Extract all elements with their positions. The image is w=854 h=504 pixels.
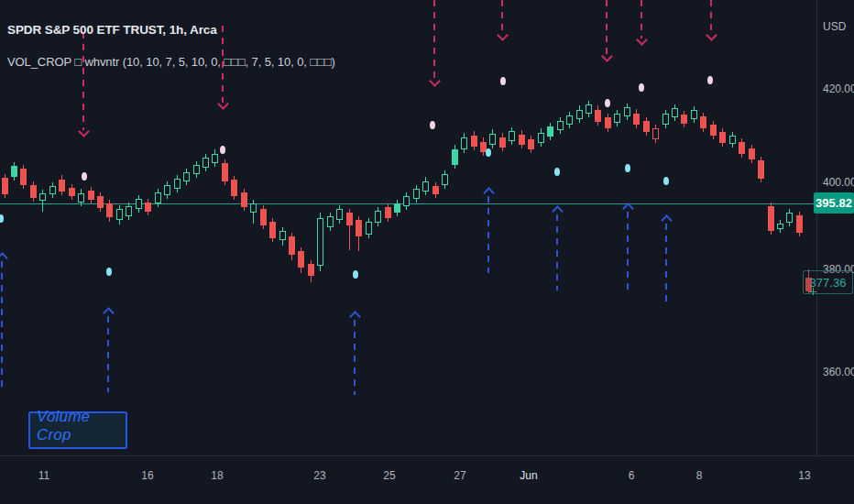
candle [336,209,343,220]
candle [394,203,400,213]
sell-signal-arrowhead-icon [78,126,90,137]
candle [30,185,37,198]
candle [289,236,295,255]
candle [672,108,678,117]
time-tick-label: 6 [613,469,650,482]
sell-signal-dot [82,172,87,181]
buy-signal-arrow-line [107,316,109,392]
candle [203,158,209,168]
candle [538,133,544,143]
candle [375,211,381,223]
candle [557,121,564,131]
buy-signal-arrow-line [487,196,489,273]
candle [662,114,669,125]
currency-label: USD [823,20,846,33]
candle [385,207,391,218]
candle [796,215,803,233]
candle [528,139,534,149]
candle [749,148,755,159]
time-tick-label: 16 [129,469,166,482]
candle [691,110,697,119]
candle [116,209,123,220]
time-axis[interactable]: 111618232527Jun6813 [0,455,854,504]
sell-signal-arrowhead-icon [497,29,509,41]
sell-signal-dot [500,77,506,85]
candle [586,104,592,114]
buy-signal-arrow-line [665,224,667,307]
time-tick-label: 25 [371,469,408,482]
candle [719,132,726,143]
candle [652,128,659,139]
candle [279,231,286,240]
candle [241,192,247,207]
candle [403,196,410,206]
sell-signal-arrowhead-icon [601,50,613,62]
candle [681,115,687,124]
indicator-price-label: 377.36 [803,270,853,294]
buy-signal-arrow-line [1,261,3,392]
price-tick-label: 360.00 [823,366,854,378]
candle [222,163,228,181]
candle [155,192,161,203]
candle [260,209,267,225]
candle [442,174,448,185]
buy-signal-dot [106,268,112,276]
candle [777,224,783,229]
candle [327,216,334,227]
chart-root: SPDR S&P 500 ETF TRUST, 1h, Arca VOL_CRO… [0,0,854,504]
indicator-title[interactable]: VOL_CROP □ whvntr (10, 10, 7, 5, 10, 0, … [7,55,335,69]
candle [59,180,65,192]
volume-crop-label[interactable]: Volume Crop [28,411,127,449]
candle [145,203,151,212]
candle [739,142,745,154]
candle [2,178,8,194]
candle [183,172,190,181]
candle [605,117,611,128]
candle [49,186,56,194]
buy-signal-dot [625,164,630,172]
time-tick-label: 11 [26,469,62,482]
sell-signal-arrow-line [606,0,608,55]
sell-signal-dot [220,146,225,154]
buy-signal-dot [486,148,491,157]
candle [509,131,515,141]
sell-signal-arrow-line [82,32,84,130]
time-tick-label: 8 [681,469,717,482]
symbol-title[interactable]: SPDR S&P 500 ETF TRUST, 1h, Arca [7,23,217,37]
price-tick-label: 420.00 [823,82,854,95]
candle [489,134,496,145]
buy-signal-arrow-line [354,320,356,395]
sell-signal-arrowhead-icon [217,98,229,110]
buy-signal-dot [0,214,4,223]
time-tick-label: Jun [510,469,547,482]
candle [356,220,362,236]
sell-signal-dot [639,83,644,92]
time-tick-label: 27 [442,469,478,482]
candle [231,180,237,196]
time-tick-label: 13 [786,469,823,482]
candle [164,185,170,195]
last-price-badge: 395.82 [814,192,854,214]
candle [413,189,420,199]
candle [106,203,113,217]
candle [69,188,75,196]
sell-signal-dot [707,76,713,84]
buy-signal-dot [663,177,669,185]
price-axis[interactable]: USD420.00400.00380.00360.00 [816,0,854,455]
volume-crop-text: Volume Crop [37,408,126,444]
candle [212,154,218,163]
candle [768,206,774,231]
candle [97,196,104,208]
candle [250,203,257,213]
candle [174,179,181,189]
candle [595,110,601,122]
candle [366,222,372,235]
candle [519,135,525,145]
buy-signal-dot [554,168,560,176]
candle [786,213,793,223]
candle [700,116,706,128]
buy-signal-dot [353,270,358,279]
candle [461,137,467,149]
candle [566,115,573,125]
sell-signal-arrowhead-icon [636,34,648,46]
